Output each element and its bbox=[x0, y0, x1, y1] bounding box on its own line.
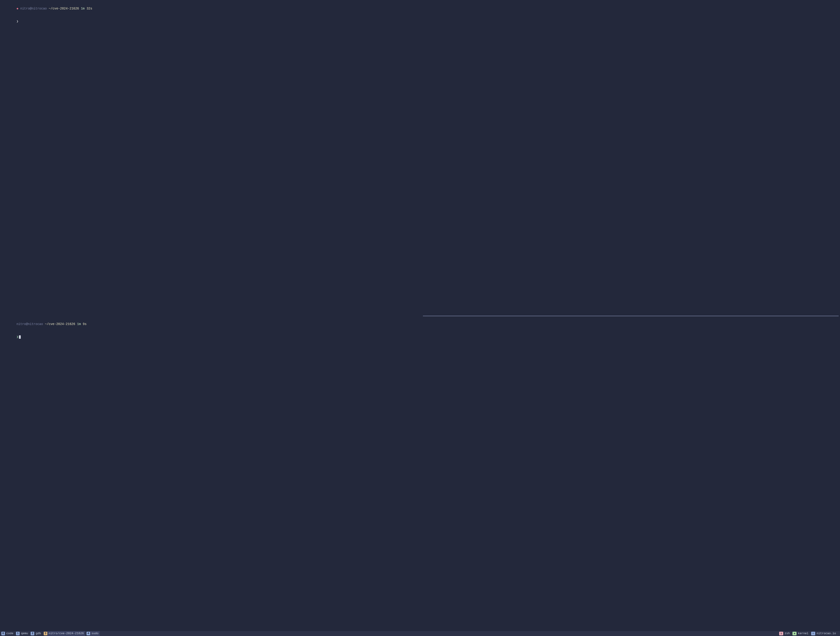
window-tab-qemu[interactable]: 1qemu bbox=[16, 631, 29, 636]
window-tab-nitro-cve-2024-21626[interactable]: 3nitro/cve-2024-21626 bbox=[44, 631, 85, 636]
window-index-badge: 4 bbox=[87, 632, 90, 635]
user-host: nitro@nitrocao bbox=[20, 7, 47, 10]
status-segment-label: kernel bbox=[796, 631, 810, 636]
pane-top[interactable]: ◆ nitro@nitrocao ~/cve-2024-21626 1m 32s… bbox=[0, 0, 840, 316]
window-tab-code[interactable]: 0code bbox=[2, 631, 15, 636]
statusbar-right: 1zsh✱kernel≡nitrocao.io bbox=[779, 631, 838, 636]
prompt-line-bottom: nitro@nitrocao ~/cve-2024-21626 1m 9s bbox=[2, 318, 838, 331]
window-index-badge: 3 bbox=[44, 632, 47, 635]
duration-sec: 32s bbox=[87, 7, 92, 10]
status-segment-icon: ≡ bbox=[811, 632, 815, 635]
prompt-caret-icon: ❯ bbox=[16, 19, 18, 24]
prompt-input-line-bottom[interactable]: ❯ bbox=[2, 331, 838, 343]
window-tab-sudo[interactable]: 4sudo bbox=[87, 631, 100, 636]
cwd: ~/cve-2024-21626 bbox=[49, 7, 79, 10]
terminal-screen: ◆ nitro@nitrocao ~/cve-2024-21626 1m 32s… bbox=[0, 0, 840, 636]
status-segment-icon: ✱ bbox=[793, 632, 796, 635]
window-label: gdb bbox=[34, 631, 42, 636]
statusbar-left: 0code1qemu2gdb3nitro/cve-2024-216264sudo bbox=[2, 631, 779, 636]
tmux-panes: ◆ nitro@nitrocao ~/cve-2024-21626 1m 32s… bbox=[0, 0, 840, 631]
window-label: nitro/cve-2024-21626 bbox=[47, 631, 85, 636]
status-segment-label: nitrocao.io bbox=[815, 631, 837, 636]
window-label: qemu bbox=[20, 631, 29, 636]
tmux-statusbar: 0code1qemu2gdb3nitro/cve-2024-216264sudo… bbox=[0, 631, 840, 636]
window-label: code bbox=[5, 631, 15, 636]
pane-divider[interactable] bbox=[423, 316, 838, 316]
cwd: ~/cve-2024-21626 bbox=[45, 322, 75, 326]
prompt-caret-icon: ❯ bbox=[16, 335, 18, 339]
prompt-input-line-top[interactable]: ❯ bbox=[2, 15, 838, 28]
user-host: nitro@nitrocao bbox=[16, 322, 43, 326]
duration-min: 1m bbox=[81, 7, 85, 10]
status-segment-nitrocao-io[interactable]: ≡nitrocao.io bbox=[811, 631, 837, 636]
prompt-line-top: ◆ nitro@nitrocao ~/cve-2024-21626 1m 32s bbox=[2, 2, 838, 15]
window-index-badge: 2 bbox=[31, 632, 34, 635]
cursor-icon bbox=[19, 335, 21, 339]
window-label: sudo bbox=[90, 631, 100, 636]
duration-min: 1m bbox=[77, 322, 81, 326]
window-index-badge: 0 bbox=[2, 632, 5, 635]
status-segment-icon: 1 bbox=[779, 632, 783, 635]
status-segment-zsh[interactable]: 1zsh bbox=[779, 631, 791, 636]
window-tab-gdb[interactable]: 2gdb bbox=[31, 631, 42, 636]
status-segment-kernel[interactable]: ✱kernel bbox=[793, 631, 810, 636]
duration-sec: 9s bbox=[83, 322, 87, 326]
status-indicator-icon: ◆ bbox=[16, 7, 18, 10]
status-segment-label: zsh bbox=[783, 631, 791, 636]
pane-bottom[interactable]: nitro@nitrocao ~/cve-2024-21626 1m 9s ❯ bbox=[0, 316, 840, 631]
window-index-badge: 1 bbox=[16, 632, 20, 635]
